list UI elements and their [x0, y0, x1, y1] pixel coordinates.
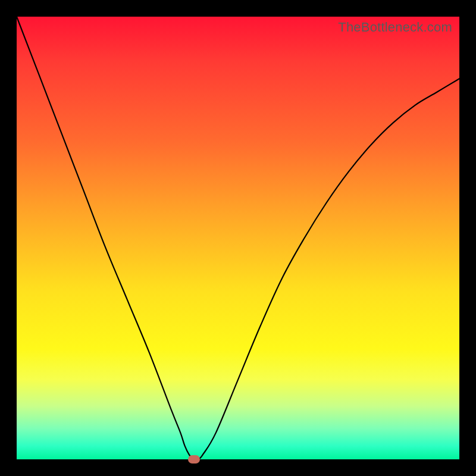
plot-area: TheBottleneck.com — [17, 17, 459, 459]
optimum-marker — [188, 455, 200, 464]
bottleneck-curve-path — [17, 17, 459, 460]
chart-frame: TheBottleneck.com — [0, 0, 476, 476]
curve-svg — [17, 17, 459, 459]
